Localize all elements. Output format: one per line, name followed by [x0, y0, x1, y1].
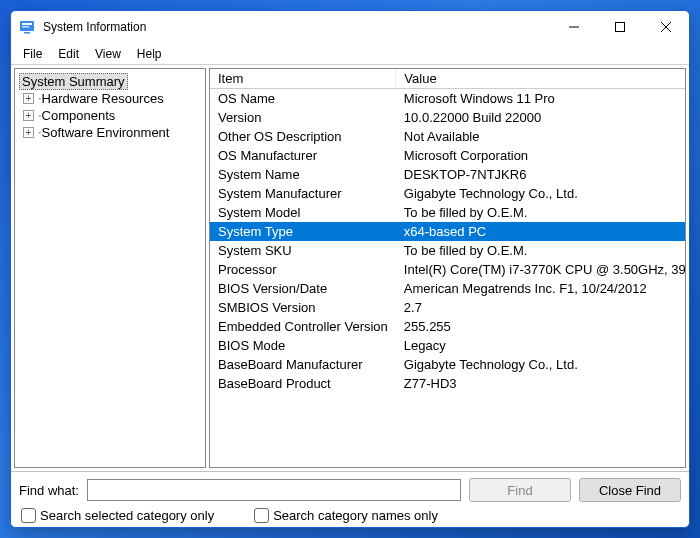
svg-rect-1 — [22, 23, 32, 25]
table-row[interactable]: BaseBoard ManufacturerGigabyte Technolog… — [210, 355, 685, 374]
cell-value: 10.0.22000 Build 22000 — [396, 108, 685, 127]
cell-item: BaseBoard Manufacturer — [210, 355, 396, 374]
cell-item: Version — [210, 108, 396, 127]
cell-item: System Name — [210, 165, 396, 184]
menu-edit[interactable]: Edit — [50, 45, 87, 63]
column-header-value[interactable]: Value — [396, 69, 685, 89]
table-row[interactable]: Other OS DescriptionNot Available — [210, 127, 685, 146]
cell-item: System Manufacturer — [210, 184, 396, 203]
table-row[interactable]: OS ManufacturerMicrosoft Corporation — [210, 146, 685, 165]
tree-item-label: Components — [42, 108, 116, 123]
details-pane: Item Value OS NameMicrosoft Windows 11 P… — [209, 68, 686, 468]
app-window: System Information File Edit View Help S… — [10, 10, 690, 528]
tree-item[interactable]: +··Components — [17, 107, 203, 124]
window-title: System Information — [43, 20, 551, 34]
close-button[interactable] — [643, 11, 689, 43]
cell-item: Embedded Controller Version — [210, 317, 396, 336]
cell-value: Legacy — [396, 336, 685, 355]
svg-rect-3 — [24, 32, 30, 34]
tree-item[interactable]: +··Hardware Resources — [17, 90, 203, 107]
cell-item: System Type — [210, 222, 396, 241]
checkbox-icon[interactable] — [254, 508, 269, 523]
cell-item: Processor — [210, 260, 396, 279]
checkbox-icon[interactable] — [21, 508, 36, 523]
tree-root[interactable]: System Summary — [19, 73, 128, 90]
table-row[interactable]: BIOS ModeLegacy — [210, 336, 685, 355]
table-row[interactable]: Embedded Controller Version255.255 — [210, 317, 685, 336]
cell-value: To be filled by O.E.M. — [396, 203, 685, 222]
cell-value: 2.7 — [396, 298, 685, 317]
svg-rect-2 — [22, 26, 29, 28]
cell-value: Gigabyte Technology Co., Ltd. — [396, 184, 685, 203]
cell-item: System SKU — [210, 241, 396, 260]
details-scroll[interactable]: Item Value OS NameMicrosoft Windows 11 P… — [210, 69, 685, 467]
cell-item: BIOS Mode — [210, 336, 396, 355]
cell-value: x64-based PC — [396, 222, 685, 241]
find-label: Find what: — [19, 483, 79, 498]
cell-value: Gigabyte Technology Co., Ltd. — [396, 355, 685, 374]
plus-icon[interactable]: + — [23, 110, 34, 121]
cell-item: OS Name — [210, 89, 396, 109]
cell-value: Not Available — [396, 127, 685, 146]
table-row[interactable]: System ModelTo be filled by O.E.M. — [210, 203, 685, 222]
cell-value: DESKTOP-7NTJKR6 — [396, 165, 685, 184]
find-input[interactable] — [87, 479, 461, 501]
table-row[interactable]: SMBIOS Version2.7 — [210, 298, 685, 317]
menu-help[interactable]: Help — [129, 45, 170, 63]
close-find-button[interactable]: Close Find — [579, 478, 681, 502]
maximize-button[interactable] — [597, 11, 643, 43]
table-row[interactable]: OS NameMicrosoft Windows 11 Pro — [210, 89, 685, 109]
column-header-item[interactable]: Item — [210, 69, 396, 89]
table-row[interactable]: System SKUTo be filled by O.E.M. — [210, 241, 685, 260]
table-row[interactable]: Version10.0.22000 Build 22000 — [210, 108, 685, 127]
cell-item: System Model — [210, 203, 396, 222]
find-button[interactable]: Find — [469, 478, 571, 502]
cell-value: Z77-HD3 — [396, 374, 685, 393]
cell-item: OS Manufacturer — [210, 146, 396, 165]
find-bar: Find what: Find Close Find Search select… — [11, 471, 689, 527]
cell-value: To be filled by O.E.M. — [396, 241, 685, 260]
tree-item-label: Software Environment — [42, 125, 170, 140]
cell-value: 255.255 — [396, 317, 685, 336]
cell-item: Other OS Description — [210, 127, 396, 146]
cell-item: SMBIOS Version — [210, 298, 396, 317]
table-row[interactable]: System ManufacturerGigabyte Technology C… — [210, 184, 685, 203]
tree-pane[interactable]: System Summary +··Hardware Resources+··C… — [14, 68, 206, 468]
menu-view[interactable]: View — [87, 45, 129, 63]
cell-value: Intel(R) Core(TM) i7-3770K CPU @ 3.50GHz… — [396, 260, 685, 279]
plus-icon[interactable]: + — [23, 93, 34, 104]
cell-value: Microsoft Corporation — [396, 146, 685, 165]
plus-icon[interactable]: + — [23, 127, 34, 138]
titlebar: System Information — [11, 11, 689, 43]
svg-rect-5 — [616, 23, 625, 32]
cell-value: Microsoft Windows 11 Pro — [396, 89, 685, 109]
tree-item-label: Hardware Resources — [42, 91, 164, 106]
search-category-names-checkbox[interactable]: Search category names only — [254, 508, 438, 523]
cell-value: American Megatrends Inc. F1, 10/24/2012 — [396, 279, 685, 298]
cell-item: BaseBoard Product — [210, 374, 396, 393]
table-row[interactable]: ProcessorIntel(R) Core(TM) i7-3770K CPU … — [210, 260, 685, 279]
menubar: File Edit View Help — [11, 43, 689, 65]
tree-item[interactable]: +··Software Environment — [17, 124, 203, 141]
table-row[interactable]: BIOS Version/DateAmerican Megatrends Inc… — [210, 279, 685, 298]
app-icon — [19, 19, 35, 35]
minimize-button[interactable] — [551, 11, 597, 43]
menu-file[interactable]: File — [15, 45, 50, 63]
table-row[interactable]: BaseBoard ProductZ77-HD3 — [210, 374, 685, 393]
table-row[interactable]: System NameDESKTOP-7NTJKR6 — [210, 165, 685, 184]
search-selected-category-checkbox[interactable]: Search selected category only — [21, 508, 214, 523]
content-area: System Summary +··Hardware Resources+··C… — [11, 65, 689, 471]
cell-item: BIOS Version/Date — [210, 279, 396, 298]
table-row[interactable]: System Typex64-based PC — [210, 222, 685, 241]
